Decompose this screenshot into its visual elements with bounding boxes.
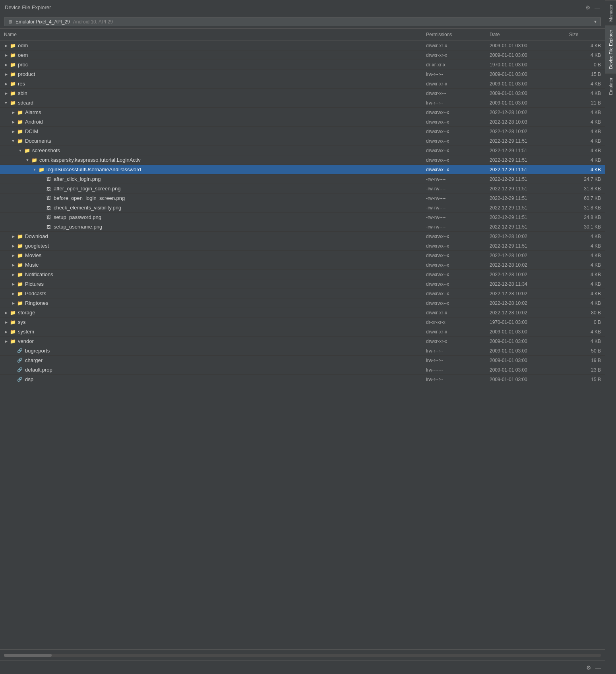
expand-arrow[interactable]: ▶ <box>10 300 16 306</box>
table-row[interactable]: ▶ 📁 Podcasts drwxrwx--x 2022-12-28 10:02… <box>0 289 605 298</box>
name-cell: ▶ 🔗 dsp <box>0 376 422 383</box>
permissions-cell: drwxrwx--x <box>422 291 486 296</box>
name-cell: ▶ 📁 Download <box>0 233 422 240</box>
file-name: sbin <box>18 90 27 96</box>
folder-icon: 📁 <box>10 319 16 325</box>
table-row[interactable]: ▼ 📁 loginSuccessfulIfUsernameAndPassword… <box>0 165 605 174</box>
expand-arrow[interactable]: ▶ <box>10 262 16 268</box>
table-row[interactable]: ▶ 🖼 setup_password.png -rw-rw---- 2022-1… <box>0 213 605 222</box>
table-row[interactable]: ▶ 🔗 charger lrw-r--r-- 2009-01-01 03:00 … <box>0 356 605 365</box>
table-row[interactable]: ▶ 🖼 after_open_login_screen.png -rw-rw--… <box>0 184 605 194</box>
table-row[interactable]: ▶ 🖼 check_elements_visibility.png -rw-rw… <box>0 203 605 213</box>
folder-icon: 📁 <box>17 138 23 144</box>
date-cell: 2009-01-01 03:00 <box>486 339 565 344</box>
size-cell: 4 KB <box>565 91 605 96</box>
expand-arrow[interactable]: ▶ <box>3 91 9 96</box>
table-row[interactable]: ▶ 📁 system drwxr-xr-x 2009-01-01 03:00 4… <box>0 327 605 337</box>
expand-arrow[interactable]: ▶ <box>10 129 16 134</box>
expand-arrow[interactable]: ▶ <box>3 339 9 344</box>
table-row[interactable]: ▶ 📁 googletest drwxrwx--x 2022-12-29 11:… <box>0 241 605 251</box>
table-row[interactable]: ▼ 📁 sdcard lrw-r--r-- 2009-01-01 03:00 2… <box>0 98 605 108</box>
expand-arrow[interactable]: ▶ <box>10 281 16 287</box>
table-row[interactable]: ▶ 📁 Pictures drwxrwx--x 2022-12-28 11:34… <box>0 279 605 289</box>
name-cell: ▶ 📁 googletest <box>0 243 422 249</box>
expand-arrow[interactable]: ▶ <box>10 119 16 125</box>
name-cell: ▼ 📁 screenshots <box>0 147 422 154</box>
table-row[interactable]: ▼ 📁 Documents drwxrwx--x 2022-12-29 11:5… <box>0 136 605 146</box>
size-cell: 80 B <box>565 310 605 316</box>
table-row[interactable]: ▶ 📁 Music drwxrwx--x 2022-12-28 10:02 4 … <box>0 260 605 270</box>
name-cell: ▶ 🖼 after_click_login.png <box>0 176 422 182</box>
size-cell: 4 KB <box>565 148 605 153</box>
table-row[interactable]: ▶ 📁 odm drwxr-xr-x 2009-01-01 03:00 4 KB <box>0 41 605 50</box>
table-row[interactable]: ▶ 📁 Alarms drwxrwx--x 2022-12-28 10:02 4… <box>0 108 605 117</box>
expand-arrow[interactable]: ▶ <box>3 52 9 58</box>
expand-arrow[interactable]: ▶ <box>3 43 9 48</box>
file-name: Android <box>25 119 43 125</box>
file-name: bugreports <box>25 348 50 354</box>
table-row[interactable]: ▶ 📁 Android drwxrwx--x 2022-12-28 10:03 … <box>0 117 605 127</box>
name-cell: ▶ 📁 Alarms <box>0 109 422 116</box>
table-row[interactable]: ▶ 📁 product lrw-r--r-- 2009-01-01 03:00 … <box>0 70 605 79</box>
table-row[interactable]: ▶ 📁 storage drwxr-xr-x 2022-12-28 10:02 … <box>0 308 605 318</box>
table-row[interactable]: ▶ 🔗 default.prop lrw------- 2009-01-01 0… <box>0 365 605 375</box>
table-row[interactable]: ▶ 📁 Ringtones drwxrwx--x 2022-12-28 10:0… <box>0 298 605 308</box>
expand-arrow[interactable]: ▶ <box>10 234 16 239</box>
table-row[interactable]: ▶ 📁 sys dr-xr-xr-x 1970-01-01 03:00 0 B <box>0 318 605 327</box>
expand-arrow[interactable]: ▶ <box>3 320 9 325</box>
horizontal-scrollbar[interactable] <box>4 654 601 657</box>
folder-icon: 📁 <box>17 109 23 116</box>
table-row[interactable]: ▶ 📁 Movies drwxrwx--x 2022-12-28 10:02 4… <box>0 251 605 260</box>
expand-arrow[interactable]: ▶ <box>3 72 9 77</box>
expand-arrow[interactable]: ▶ <box>10 110 16 115</box>
file-name: charger <box>25 357 43 363</box>
name-cell: ▶ 📁 system <box>0 329 422 335</box>
table-row[interactable]: ▶ 🖼 setup_username.png -rw-rw---- 2022-1… <box>0 222 605 232</box>
table-row[interactable]: ▶ 📁 DCIM drwxrwx--x 2022-12-28 10:02 4 K… <box>0 127 605 136</box>
sidebar-tab[interactable]: Emulator <box>605 73 616 99</box>
expand-arrow[interactable]: ▶ <box>10 253 16 258</box>
table-row[interactable]: ▶ 🔗 bugreports lrw-r--r-- 2009-01-01 03:… <box>0 346 605 356</box>
table-row[interactable]: ▶ 📁 vendor drwxr-xr-x 2009-01-01 03:00 4… <box>0 337 605 346</box>
scrollbar-thumb[interactable] <box>4 654 52 657</box>
table-row[interactable]: ▼ 📁 screenshots drwxrwx--x 2022-12-29 11… <box>0 146 605 155</box>
permissions-cell: -rw-rw---- <box>422 205 486 211</box>
expand-arrow[interactable]: ▶ <box>10 243 16 249</box>
expand-arrow[interactable]: ▼ <box>10 138 16 144</box>
expand-arrow[interactable]: ▼ <box>32 167 37 172</box>
file-name: googletest <box>25 243 49 249</box>
table-row[interactable]: ▼ 📁 com.kaspersky.kaspresso.tutorial.Log… <box>0 155 605 165</box>
table-row[interactable]: ▶ 📁 sbin drwxr-x--- 2009-01-01 03:00 4 K… <box>0 89 605 98</box>
sidebar-tab[interactable]: Manager <box>605 0 616 25</box>
permissions-cell: -rw-rw---- <box>422 224 486 230</box>
table-row[interactable]: ▶ 🔗 dsp lrw-r--r-- 2009-01-01 03:00 15 B <box>0 375 605 384</box>
minimize-icon[interactable]: — <box>595 4 600 11</box>
expand-arrow[interactable]: ▶ <box>3 81 9 87</box>
bottom-minus-icon[interactable]: — <box>595 664 601 671</box>
permissions-cell: drwxr-xr-x <box>422 329 486 335</box>
table-row[interactable]: ▶ 📁 Download drwxrwx--x 2022-12-28 10:02… <box>0 232 605 241</box>
permissions-cell: drwxrwx--x <box>422 243 486 249</box>
expand-arrow[interactable]: ▶ <box>3 329 9 335</box>
table-row[interactable]: ▶ 🖼 before_open_login_screen.png -rw-rw-… <box>0 194 605 203</box>
table-row[interactable]: ▶ 📁 Notifications drwxrwx--x 2022-12-28 … <box>0 270 605 279</box>
expand-arrow[interactable]: ▶ <box>3 310 9 316</box>
expand-arrow[interactable]: ▶ <box>3 62 9 68</box>
table-row[interactable]: ▶ 🖼 after_click_login.png -rw-rw---- 202… <box>0 174 605 184</box>
expand-arrow[interactable]: ▶ <box>10 272 16 277</box>
table-row[interactable]: ▶ 📁 oem drwxr-xr-x 2009-01-01 03:00 4 KB <box>0 50 605 60</box>
sidebar-tab[interactable]: Device File Explorer <box>605 25 616 73</box>
folder-icon: 📁 <box>17 262 23 268</box>
table-row[interactable]: ▶ 📁 res drwxr-xr-x 2009-01-01 03:00 4 KB <box>0 79 605 89</box>
expand-arrow[interactable]: ▶ <box>10 291 16 296</box>
device-selector[interactable]: 🖥 Emulator Pixel_4_API_29 Android 10, AP… <box>4 17 601 26</box>
date-cell: 2009-01-01 03:00 <box>486 72 565 77</box>
file-name: com.kaspersky.kaspresso.tutorial.LoginAc… <box>39 157 141 163</box>
expand-arrow[interactable]: ▼ <box>17 148 23 153</box>
expand-arrow[interactable]: ▼ <box>3 100 9 106</box>
expand-arrow[interactable]: ▼ <box>25 157 30 163</box>
size-cell: 0 B <box>565 62 605 68</box>
table-row[interactable]: ▶ 📁 proc dr-xr-xr-x 1970-01-01 03:00 0 B <box>0 60 605 70</box>
gear-icon[interactable]: ⚙ <box>585 4 591 11</box>
bottom-gear-icon[interactable]: ⚙ <box>586 664 591 671</box>
